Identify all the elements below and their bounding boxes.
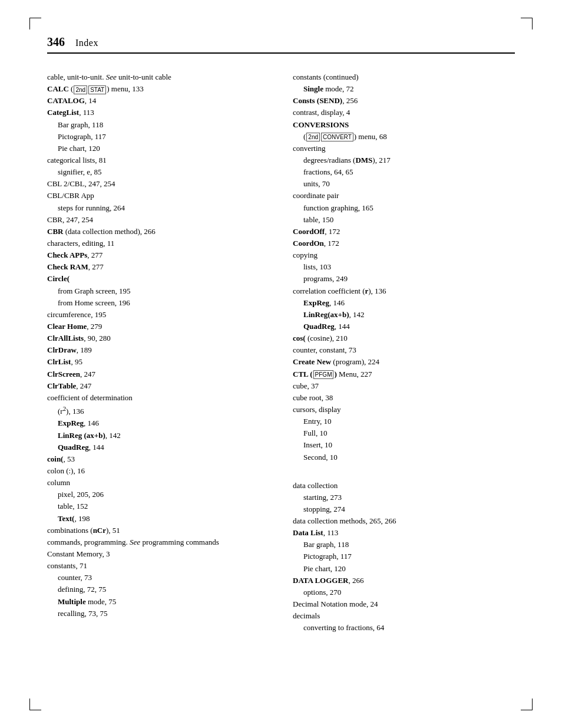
entry-cursors-display: cursors, display <box>293 404 515 416</box>
corner-mark-br <box>521 699 533 710</box>
page-number: 346 <box>47 35 65 49</box>
entry-r2: (r2), 136 <box>47 404 269 417</box>
entry-coordoff: CoordOff, 172 <box>293 226 515 238</box>
entry-expreg1: ExpReg, 146 <box>47 417 269 429</box>
entry-calc: CALC (2ndSTAT) menu, 133 <box>47 83 269 95</box>
entry-const-recalling: recalling, 73, 75 <box>47 608 269 620</box>
entry-contrast: contrast, display, 4 <box>293 107 515 118</box>
entry-catlists: categorical lists, 81 <box>47 154 269 166</box>
corner-mark-bl <box>29 699 41 710</box>
entry-col-table: table, 152 <box>47 500 269 512</box>
entry-cbr-data: CBR (data collection method), 266 <box>47 226 269 238</box>
entry-ctl-menu: CTL (PFGM) Menu, 227 <box>293 368 515 380</box>
entry-copy-programs: programs, 249 <box>293 273 515 285</box>
entry-circle-home: from Home screen, 196 <box>47 297 269 309</box>
entry-expreg2: ExpReg, 146 <box>293 297 515 309</box>
entry-coord-table: table, 150 <box>293 214 515 226</box>
entry-clrlist: ClrList, 95 <box>47 356 269 368</box>
corner-mark-tr <box>521 18 533 29</box>
entry-circle: Circle( <box>47 273 269 285</box>
page-title: Index <box>75 38 98 48</box>
entry-col-text: Text(, 198 <box>47 513 269 525</box>
entry-quadreg1: QuadReg, 144 <box>47 442 269 453</box>
entry-dl-options: options, 270 <box>293 587 515 598</box>
entry-decimal-notation: Decimal Notation mode, 24 <box>293 598 515 610</box>
entry-data-list: Data List, 113 <box>293 527 515 539</box>
right-column: constants (continued) Single mode, 72 Co… <box>293 71 515 634</box>
entry-dl-piechart: Pie chart, 120 <box>293 563 515 575</box>
page-header: 346 Index <box>47 35 515 54</box>
entry-piechart1: Pie chart, 120 <box>47 143 269 154</box>
entry-cbl2: CBL 2/CBL, 247, 254 <box>47 178 269 190</box>
entry-circumference: circumference, 195 <box>47 309 269 321</box>
entry-coord-pair: coordinate pair <box>293 190 515 202</box>
entry-coeff-det: coefficient of determination <box>47 392 269 404</box>
entry-data-logger: DATA LOGGER, 266 <box>293 575 515 587</box>
entry-linreg1: LinReg (ax+b), 142 <box>47 430 269 442</box>
entry-circle-graph: from Graph screen, 195 <box>47 285 269 297</box>
entry-single-mode: Single mode, 72 <box>293 83 515 95</box>
index-columns: cable, unit-to-unit. See unit-to-unit ca… <box>47 71 515 634</box>
section-gap <box>293 463 515 480</box>
entry-constants: constants, 71 <box>47 560 269 572</box>
entry-const-multiple: Multiple mode, 75 <box>47 596 269 608</box>
entry-linreg2: LinReg(ax+b), 142 <box>293 309 515 321</box>
entry-pictograph1: Pictograph, 117 <box>47 131 269 143</box>
entry-clralllists: ClrAllLists, 90, 280 <box>47 332 269 344</box>
entry-dl-bargraph: Bar graph, 118 <box>293 539 515 551</box>
entry-consts-send: Consts (SEND), 256 <box>293 95 515 107</box>
corner-mark-tl <box>29 18 41 29</box>
entry-bargraph1: Bar graph, 118 <box>47 119 269 131</box>
entry-copying: copying <box>293 249 515 261</box>
entry-constant-memory: Constant Memory, 3 <box>47 548 269 560</box>
entry-corr-coeff: correlation coefficient (r), 136 <box>293 285 515 297</box>
entry-coin: coin(, 53 <box>47 453 269 465</box>
entry-constants-cont: constants (continued) <box>293 71 515 83</box>
entry-cursor-full: Full, 10 <box>293 427 515 439</box>
entry-cube: cube, 37 <box>293 380 515 392</box>
entry-conv-fractions: fractions, 64, 65 <box>293 166 515 178</box>
entry-catalog: CATALOG, 14 <box>47 95 269 107</box>
entry-combinations: combinations (nCr), 51 <box>47 525 269 536</box>
entry-dec-fractions: converting to fractions, 64 <box>293 622 515 634</box>
entry-converting: converting <box>293 143 515 154</box>
entry-dc-starting: starting, 273 <box>293 492 515 503</box>
entry-clear-home: Clear Home, 279 <box>47 321 269 332</box>
entry-create-new: Create New (program), 224 <box>293 356 515 368</box>
entry-check-apps: Check APPs, 277 <box>47 249 269 261</box>
entry-cblcbr-app: CBL/CBR App <box>47 190 269 202</box>
entry-clrscreen: ClrScreen, 247 <box>47 368 269 380</box>
entry-copy-lists: lists, 103 <box>293 261 515 273</box>
entry-coord-func-graph: function graphing, 165 <box>293 202 515 214</box>
entry-clrtable: ClrTable, 247 <box>47 380 269 392</box>
entry-dl-pictograph: Pictograph, 117 <box>293 551 515 562</box>
entry-signifier: signifier, e, 85 <box>47 166 269 178</box>
entry-conv-units: units, 70 <box>293 178 515 190</box>
entry-column: column <box>47 477 269 489</box>
entry-cursor-entry: Entry, 10 <box>293 416 515 427</box>
entry-colon: colon (:), 16 <box>47 465 269 477</box>
entry-cursor-insert: Insert, 10 <box>293 439 515 451</box>
entry-const-defining: defining, 72, 75 <box>47 584 269 595</box>
entry-const-counter: counter, 73 <box>47 572 269 584</box>
entry-dc-methods: data collection methods, 265, 266 <box>293 515 515 527</box>
entry-cursor-second: Second, 10 <box>293 452 515 463</box>
entry-conversions-menu: (2ndCONVERT) menu, 68 <box>293 131 515 143</box>
entry-cable: cable, unit-to-unit. See unit-to-unit ca… <box>47 71 269 83</box>
entry-clrdraw: ClrDraw, 189 <box>47 344 269 356</box>
entry-coordon: CoordOn, 172 <box>293 238 515 249</box>
entry-check-ram: Check RAM, 277 <box>47 261 269 273</box>
left-column: cable, unit-to-unit. See unit-to-unit ca… <box>47 71 269 620</box>
entry-cos: cos( (cosine), 210 <box>293 332 515 344</box>
entry-decimals: decimals <box>293 610 515 622</box>
entry-data-collection: data collection <box>293 480 515 492</box>
entry-commands: commands, programming. See programming c… <box>47 536 269 548</box>
entry-cbr: CBR, 247, 254 <box>47 214 269 226</box>
entry-dc-stopping: stopping, 274 <box>293 503 515 515</box>
entry-categlist: CategList, 113 <box>47 107 269 118</box>
entry-conversions: CONVERSIONS <box>293 119 515 131</box>
entry-steps-running: steps for running, 264 <box>47 202 269 214</box>
entry-counter-const: counter, constant, 73 <box>293 344 515 356</box>
entry-cube-root: cube root, 38 <box>293 392 515 404</box>
page: 346 Index cable, unit-to-unit. See unit-… <box>0 0 562 728</box>
